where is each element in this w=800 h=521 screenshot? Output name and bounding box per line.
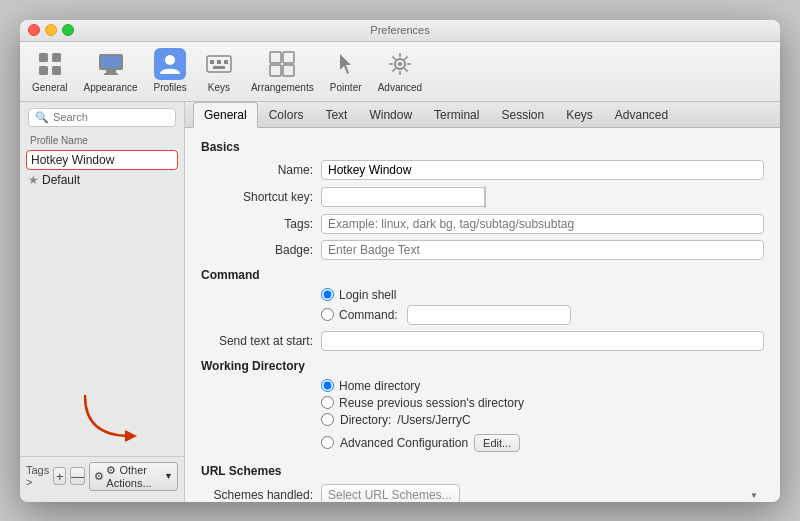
svg-rect-3 xyxy=(52,66,61,75)
command-input[interactable] xyxy=(407,305,571,325)
schemes-select-wrapper: Select URL Schemes... xyxy=(321,484,764,502)
tabs-bar: General Colors Text Window Terminal Sess… xyxy=(185,102,780,128)
tags-input[interactable] xyxy=(321,214,764,234)
home-dir-radio[interactable] xyxy=(321,379,334,392)
command-radio[interactable] xyxy=(321,308,334,321)
shortcut-input[interactable] xyxy=(321,187,484,207)
arrow-indicator xyxy=(75,386,155,446)
svg-rect-7 xyxy=(104,73,118,75)
search-icon: 🔍 xyxy=(35,111,49,124)
svg-rect-12 xyxy=(224,60,228,64)
toolbar-keys[interactable]: Keys xyxy=(203,48,235,93)
command-radio-group: Login shell Command: xyxy=(321,288,571,325)
svg-point-19 xyxy=(398,62,402,66)
reuse-session-radio[interactable] xyxy=(321,396,334,409)
tab-window[interactable]: Window xyxy=(358,102,423,128)
svg-rect-2 xyxy=(39,66,48,75)
home-dir-row: Home directory xyxy=(321,379,524,393)
search-input[interactable] xyxy=(53,111,169,123)
tags-label: Tags > xyxy=(26,464,49,488)
add-profile-button[interactable]: + xyxy=(53,467,66,485)
login-shell-radio[interactable] xyxy=(321,288,334,301)
svg-rect-15 xyxy=(283,52,294,63)
stepper-up[interactable]: ▲ xyxy=(485,187,486,197)
schemes-select[interactable]: Select URL Schemes... xyxy=(321,484,460,502)
search-box[interactable]: 🔍 xyxy=(28,108,176,127)
shortcut-label: Shortcut key: xyxy=(201,190,321,204)
titlebar: Preferences xyxy=(20,20,780,42)
svg-rect-11 xyxy=(217,60,221,64)
appearance-icon xyxy=(97,50,125,78)
shortcut-row: Shortcut key: ▲ ▼ xyxy=(201,186,764,208)
remove-profile-button[interactable]: — xyxy=(70,467,85,485)
advanced-config-edit-button[interactable]: Edit... xyxy=(474,434,520,452)
toolbar-pointer-label: Pointer xyxy=(330,82,362,93)
tab-terminal[interactable]: Terminal xyxy=(423,102,490,128)
tab-session[interactable]: Session xyxy=(490,102,555,128)
send-text-label: Send text at start: xyxy=(201,334,321,348)
name-input[interactable] xyxy=(321,160,764,180)
general-icon xyxy=(36,50,64,78)
svg-rect-5 xyxy=(101,56,121,68)
advanced-icon xyxy=(386,50,414,78)
toolbar-appearance-label: Appearance xyxy=(84,82,138,93)
command-radio-label2: Command: xyxy=(339,308,398,322)
svg-point-8 xyxy=(165,55,175,65)
tab-general[interactable]: General xyxy=(193,102,258,128)
working-dir-row: Home directory Reuse previous session's … xyxy=(201,379,764,456)
badge-row: Badge: xyxy=(201,240,764,260)
minimize-button[interactable] xyxy=(45,24,57,36)
home-dir-label: Home directory xyxy=(339,379,420,393)
svg-rect-13 xyxy=(213,66,225,69)
tags-row: Tags: xyxy=(201,214,764,234)
basics-section-title: Basics xyxy=(201,140,764,154)
tab-keys[interactable]: Keys xyxy=(555,102,604,128)
toolbar: General Appearance Profiles xyxy=(20,42,780,102)
directory-label: Directory: xyxy=(340,413,391,427)
profile-item-default[interactable]: ★Default xyxy=(20,170,184,190)
sidebar-spacer xyxy=(20,190,184,456)
badge-input[interactable] xyxy=(321,240,764,260)
toolbar-pointer[interactable]: Pointer xyxy=(330,48,362,93)
toolbar-general[interactable]: General xyxy=(32,48,68,93)
name-label: Name: xyxy=(201,163,321,177)
dropdown-arrow-icon: ▼ xyxy=(164,471,173,481)
send-text-row: Send text at start: xyxy=(201,331,764,351)
svg-marker-20 xyxy=(125,430,137,442)
keys-icon xyxy=(205,50,233,78)
schemes-label: Schemes handled: xyxy=(201,488,321,502)
advanced-config-radio[interactable] xyxy=(321,436,334,449)
toolbar-arrangements[interactable]: Arrangements xyxy=(251,48,314,93)
login-shell-row: Login shell xyxy=(321,288,571,302)
traffic-lights xyxy=(28,24,74,36)
url-schemes-section-title: URL Schemes xyxy=(201,464,764,478)
tab-text[interactable]: Text xyxy=(314,102,358,128)
svg-rect-17 xyxy=(283,65,294,76)
shortcut-stepper[interactable]: ▲ ▼ xyxy=(321,186,401,208)
svg-rect-10 xyxy=(210,60,214,64)
tab-colors[interactable]: Colors xyxy=(258,102,315,128)
other-actions-button[interactable]: ⚙ ⚙ Other Actions... ▼ xyxy=(89,462,178,491)
close-button[interactable] xyxy=(28,24,40,36)
window-title: Preferences xyxy=(370,24,429,36)
stepper-down[interactable]: ▼ xyxy=(485,197,486,207)
profile-item-hotkey[interactable]: Hotkey Window xyxy=(26,150,178,170)
toolbar-arrangements-label: Arrangements xyxy=(251,82,314,93)
send-text-input[interactable] xyxy=(321,331,764,351)
maximize-button[interactable] xyxy=(62,24,74,36)
tags-form-label: Tags: xyxy=(201,217,321,231)
svg-rect-6 xyxy=(106,70,116,73)
toolbar-profiles[interactable]: Profiles xyxy=(154,48,187,93)
toolbar-appearance[interactable]: Appearance xyxy=(84,48,138,93)
toolbar-advanced[interactable]: Advanced xyxy=(378,48,422,93)
toolbar-profiles-label: Profiles xyxy=(154,82,187,93)
directory-radio[interactable] xyxy=(321,413,334,426)
tab-advanced[interactable]: Advanced xyxy=(604,102,679,128)
right-panel: General Colors Text Window Terminal Sess… xyxy=(185,102,780,502)
advanced-config-row: Advanced Configuration Edit... xyxy=(321,434,524,452)
login-shell-label: Login shell xyxy=(339,288,396,302)
profile-name-header: Profile Name xyxy=(20,133,184,150)
profiles-icon xyxy=(156,50,184,78)
star-icon: ★ xyxy=(28,173,39,187)
advanced-config-label: Advanced Configuration xyxy=(340,436,468,450)
